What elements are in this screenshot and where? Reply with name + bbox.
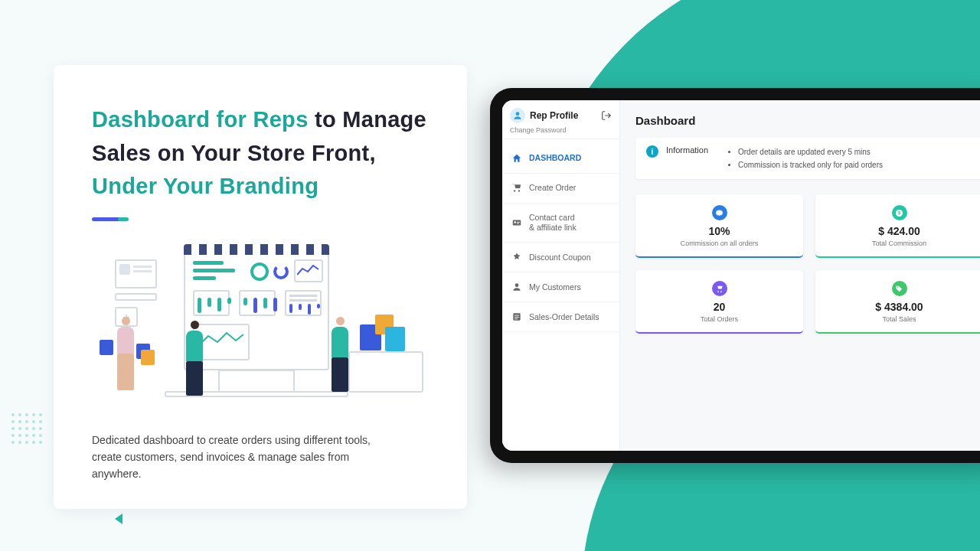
sidebar-item-sales-order-details[interactable]: Sales-Order Details: [502, 302, 619, 332]
stat-label: Total Orders: [643, 315, 795, 323]
sidebar-item-label: Contact card & affiliate link: [529, 213, 577, 233]
sidebar-nav: DASHBOARD Create Order Contact card & af…: [502, 139, 619, 337]
cart-icon: [712, 281, 727, 296]
stats-grid: 10% Commission on all orders $ $ 424.00 …: [635, 194, 980, 334]
user-icon: [511, 282, 522, 292]
svg-point-5: [515, 284, 519, 288]
stat-value: 10%: [643, 225, 795, 237]
tablet-device-frame: Rep Profile Change Password DASHBOARD Cr…: [490, 88, 980, 463]
marketing-headline: Dashboard for Reps to Manage Sales on Yo…: [92, 103, 429, 204]
svg-rect-4: [517, 223, 519, 224]
svg-rect-7: [514, 315, 519, 316]
info-icon: i: [646, 145, 658, 158]
info-item: Commission is tracked only for paid orde…: [738, 158, 883, 171]
home-icon: [511, 153, 522, 164]
info-title: Information: [666, 145, 718, 155]
card-icon: [511, 217, 522, 228]
svg-rect-8: [514, 317, 519, 318]
decor-arrow-icon: [115, 514, 122, 524]
svg-point-0: [516, 112, 520, 116]
dashboard-main: Dashboard i Information Order details ar…: [620, 100, 980, 451]
profile-name[interactable]: Rep Profile: [530, 110, 596, 121]
stat-value: $ 4384.00: [823, 301, 975, 313]
stat-label: Total Commission: [823, 240, 975, 247]
sidebar-item-my-customers[interactable]: My Customers: [502, 272, 619, 302]
sidebar-item-label: DASHBOARD: [529, 153, 581, 163]
avatar-icon: [510, 108, 525, 123]
sidebar-item-discount-coupon[interactable]: Discount Coupon: [502, 243, 619, 272]
svg-rect-3: [517, 222, 520, 223]
marketing-card: Dashboard for Reps to Manage Sales on Yo…: [54, 65, 467, 509]
sidebar: Rep Profile Change Password DASHBOARD Cr…: [502, 100, 620, 451]
store-illustration: +: [92, 244, 429, 416]
stat-card-total-commission: $ $ 424.00 Total Commission: [815, 194, 980, 258]
info-list: Order details are updated every 5 mins C…: [726, 145, 883, 171]
svg-text:$: $: [898, 210, 900, 215]
headline-accent-1: Dashboard for Reps: [92, 107, 309, 132]
list-icon: [511, 311, 522, 322]
svg-point-12: [897, 286, 898, 287]
svg-rect-2: [514, 221, 516, 223]
headline-accent-2: Under Your Branding: [92, 174, 318, 198]
page-title: Dashboard: [635, 114, 980, 127]
stat-card-commission-rate: 10% Commission on all orders: [635, 194, 803, 258]
logout-icon[interactable]: [601, 110, 612, 121]
stat-card-total-sales: $ 4384.00 Total Sales: [815, 270, 980, 334]
svg-rect-1: [513, 220, 521, 226]
badge-icon: [712, 205, 727, 220]
coupon-icon: [511, 252, 522, 262]
sidebar-item-label: Sales-Order Details: [529, 312, 599, 322]
heading-underline: [92, 217, 124, 221]
info-alert: i Information Order details are updated …: [635, 138, 980, 179]
sidebar-item-contact-card[interactable]: Contact card & affiliate link: [502, 204, 619, 243]
sidebar-item-dashboard[interactable]: DASHBOARD: [502, 144, 619, 174]
dollar-icon: $: [892, 205, 907, 220]
sidebar-item-label: Discount Coupon: [529, 253, 591, 262]
sidebar-item-label: Create Order: [529, 183, 576, 193]
sidebar-header: Rep Profile Change Password: [502, 100, 619, 139]
decor-dots: [835, 6, 873, 37]
stat-label: Total Sales: [823, 315, 975, 323]
stat-card-total-orders: 20 Total Orders: [635, 270, 803, 334]
cart-icon: [511, 183, 522, 194]
tag-icon: [892, 281, 907, 296]
sidebar-item-create-order[interactable]: Create Order: [502, 174, 619, 204]
sidebar-item-label: My Customers: [529, 282, 581, 292]
stat-label: Commission on all orders: [643, 240, 795, 247]
stat-value: $ 424.00: [823, 225, 975, 237]
tablet-screen: Rep Profile Change Password DASHBOARD Cr…: [502, 100, 980, 451]
change-password-link[interactable]: Change Password: [510, 126, 612, 134]
svg-rect-9: [514, 319, 518, 320]
decor-dots: [11, 413, 42, 444]
stat-value: 20: [643, 301, 795, 313]
info-item: Order details are updated every 5 mins: [738, 145, 883, 158]
marketing-description: Dedicated dashboard to create orders usi…: [92, 432, 383, 483]
